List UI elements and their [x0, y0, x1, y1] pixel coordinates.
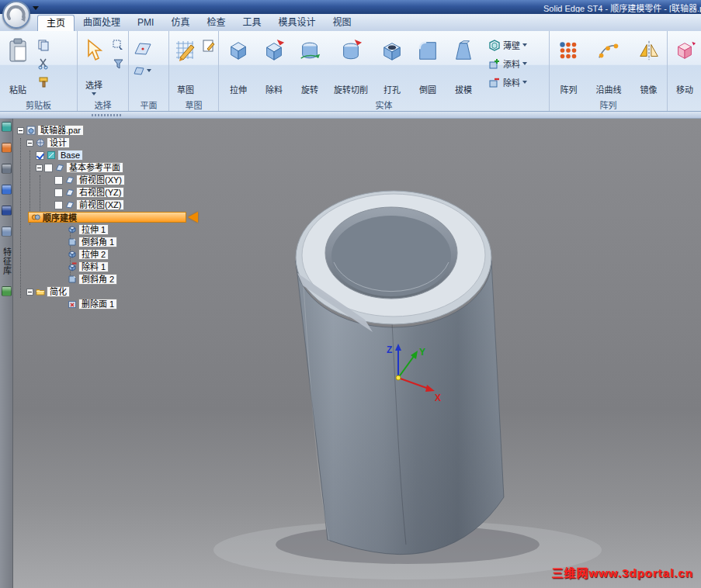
copy-button[interactable] — [35, 36, 52, 54]
tab-view[interactable]: 视图 — [324, 15, 359, 31]
part-coupling[interactable] — [213, 191, 602, 579]
tree-item-label[interactable]: 联轴器.par — [37, 125, 84, 136]
tab-pmi[interactable]: PMI — [129, 15, 162, 31]
tree-item-right-view[interactable]: 右视图(YZ) — [16, 186, 124, 199]
thin-wall-button[interactable]: 薄壁 — [485, 36, 530, 54]
mirror-button[interactable]: 镜像 — [632, 33, 665, 98]
tree-item-ordered-modeling[interactable]: 顺序建模 — [16, 211, 198, 223]
tree-item-front-view[interactable]: 前视图(XZ) — [16, 199, 124, 211]
tree-item-simplify[interactable]: 简化 — [16, 285, 70, 298]
cut-button-solid[interactable]: 除料 — [257, 33, 291, 98]
tree-item-root[interactable]: 联轴器.par — [16, 124, 84, 137]
tree-item-label[interactable]: 除料 1 — [78, 261, 109, 272]
remove-material-dropdown-icon[interactable] — [522, 81, 527, 84]
collapse-toggle-icon[interactable] — [26, 140, 33, 147]
tab-tools[interactable]: 工具 — [234, 15, 269, 31]
tab-inspect[interactable]: 检查 — [198, 15, 234, 31]
z-axis-label: Z — [387, 344, 392, 355]
tree-item-label[interactable]: Base — [57, 150, 83, 161]
tree-item-top-view[interactable]: 俯视图(XY) — [16, 174, 125, 186]
tree-item-label[interactable]: 前视图(XZ) — [76, 199, 124, 210]
paste-button[interactable]: 粘贴 — [2, 33, 33, 98]
pathfinder-drag-handle[interactable] — [92, 114, 123, 116]
playback-tab-icon[interactable] — [2, 227, 12, 237]
mirror-icon — [637, 36, 661, 64]
tree-item-label[interactable]: 倒斜角 1 — [78, 237, 117, 247]
visibility-checkbox[interactable] — [54, 176, 63, 185]
group-label-solids: 实体 — [219, 99, 549, 111]
tree-item-label[interactable]: 设计 — [47, 137, 70, 148]
tab-surfacing[interactable]: 曲面处理 — [75, 15, 129, 31]
add-material-dropdown-icon[interactable] — [522, 62, 527, 65]
plane-dropdown-icon[interactable] — [147, 69, 151, 72]
tree-item-label[interactable]: 基本参考平面 — [66, 162, 123, 173]
cut-icon — [37, 57, 50, 70]
tree-item-label[interactable]: 倒斜角 2 — [78, 274, 117, 285]
tree-item-label[interactable]: 右视图(YZ) — [76, 187, 124, 198]
tab-mold-design[interactable]: 模具设计 — [269, 15, 324, 31]
more-planes-button[interactable] — [131, 62, 154, 79]
sensors-tab-icon[interactable] — [2, 206, 12, 216]
app-menu-caret-icon[interactable] — [33, 6, 39, 10]
collapse-toggle-icon[interactable] — [17, 127, 24, 134]
tree-item-label[interactable]: 删除面 1 — [78, 299, 117, 310]
tree-item-feature[interactable]: 拉伸 1 — [16, 223, 109, 236]
pattern-along-curve-button[interactable]: 沿曲线 — [587, 33, 630, 98]
3d-viewport[interactable]: Z Y X 特征库 — [0, 119, 701, 588]
application-menu-button[interactable] — [2, 1, 30, 29]
tree-item-label[interactable]: 拉伸 1 — [78, 224, 109, 235]
visibility-checkbox[interactable] — [54, 201, 63, 209]
draft-button[interactable]: 拔模 — [446, 33, 481, 98]
hole-button[interactable]: 打孔 — [375, 33, 409, 98]
round-button[interactable]: 倒圆 — [411, 33, 445, 98]
tree-item-feature[interactable]: 倒斜角 1 — [16, 236, 117, 248]
pathfinder-tab-icon[interactable] — [2, 122, 12, 132]
ordered-modeling-bar[interactable]: 顺序建模 — [28, 212, 186, 223]
round-icon — [416, 36, 439, 64]
collapse-toggle-icon[interactable] — [26, 289, 33, 296]
sketch-view-button[interactable] — [201, 37, 217, 54]
extrude-button[interactable]: 拉伸 — [221, 33, 255, 98]
remove-material-button[interactable]: 除料 — [485, 74, 530, 91]
add-material-button[interactable]: 添料 — [485, 55, 530, 72]
cutout-feature-icon — [67, 262, 77, 272]
sketch-button[interactable]: 草图 — [172, 33, 200, 98]
tab-home[interactable]: 主页 — [37, 15, 75, 31]
select-filter-button[interactable] — [109, 55, 127, 72]
info-tab-icon[interactable] — [2, 286, 12, 296]
tree-item-base[interactable]: Base — [16, 149, 83, 161]
pattern-button[interactable]: 阵列 — [552, 33, 585, 98]
move-button[interactable]: 移动 — [670, 33, 699, 98]
filter-icon — [113, 58, 124, 70]
select-options-button[interactable] — [109, 36, 127, 54]
rollback-marker-icon[interactable] — [188, 212, 198, 223]
tree-item-ref-planes[interactable]: 基本参考平面 — [16, 161, 123, 174]
select-button[interactable]: 选择 — [80, 33, 108, 98]
layers-tab-icon[interactable] — [2, 185, 12, 195]
library-tab-icon[interactable] — [2, 143, 12, 153]
group-label-sketch: 草图 — [169, 99, 218, 111]
family-table-tab-icon[interactable] — [2, 164, 12, 174]
tree-item-label[interactable]: 拉伸 2 — [78, 249, 109, 260]
collapse-toggle-icon[interactable] — [36, 164, 43, 171]
visibility-checkbox[interactable] — [44, 164, 53, 172]
tree-item-delete-face[interactable]: 删除面 1 — [16, 298, 117, 310]
coincident-plane-button[interactable] — [131, 37, 154, 61]
revolve-cut-button[interactable]: 旋转切削 — [328, 33, 373, 98]
tree-item-feature[interactable]: 倒斜角 2 — [16, 273, 117, 285]
revolve-button[interactable]: 旋转 — [293, 33, 327, 98]
tree-item-feature[interactable]: 拉伸 2 — [16, 248, 109, 261]
visibility-checkbox[interactable] — [54, 189, 63, 197]
tree-item-design[interactable]: 设计 — [16, 137, 70, 149]
visibility-checkbox[interactable] — [36, 151, 44, 160]
tab-simulation[interactable]: 仿真 — [162, 15, 198, 31]
edgebar-vertical-tab[interactable]: 特征库 — [2, 247, 12, 275]
cut-button[interactable] — [35, 55, 52, 72]
thin-wall-dropdown-icon[interactable] — [522, 43, 527, 47]
select-dropdown-icon[interactable] — [92, 92, 96, 95]
tree-item-feature[interactable]: 除料 1 — [16, 261, 109, 273]
tree-item-label[interactable]: 俯视图(XY) — [76, 175, 125, 185]
part-document-icon — [26, 126, 36, 136]
tree-item-label[interactable]: 简化 — [47, 286, 70, 297]
format-painter-button[interactable] — [35, 74, 52, 91]
